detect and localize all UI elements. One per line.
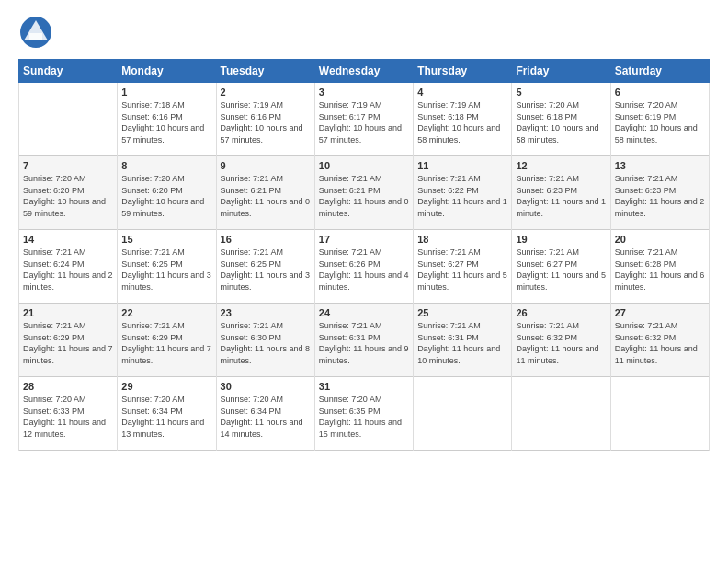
calendar-cell: 1Sunrise: 7:18 AMSunset: 6:16 PMDaylight… [118,83,216,156]
cell-info: Sunrise: 7:21 AMSunset: 6:30 PMDaylight:… [221,320,311,366]
cell-info: Sunrise: 7:21 AMSunset: 6:29 PMDaylight:… [23,320,113,366]
day-number: 24 [319,307,409,318]
day-number: 12 [516,160,606,171]
day-number: 2 [221,86,311,98]
header [18,15,710,50]
cell-info: Sunrise: 7:21 AMSunset: 6:21 PMDaylight:… [221,173,311,219]
calendar-cell: 2Sunrise: 7:19 AMSunset: 6:16 PMDaylight… [216,83,314,156]
week-row-3: 14Sunrise: 7:21 AMSunset: 6:24 PMDayligh… [19,230,710,304]
calendar-cell [512,377,610,451]
day-number: 21 [23,307,113,318]
calendar-cell: 8Sunrise: 7:20 AMSunset: 6:20 PMDaylight… [118,156,216,230]
day-number: 16 [221,234,311,245]
cell-info: Sunrise: 7:21 AMSunset: 6:29 PMDaylight:… [121,320,211,366]
calendar-cell: 15Sunrise: 7:21 AMSunset: 6:25 PMDayligh… [118,230,216,304]
day-number: 15 [121,234,211,245]
day-number: 11 [417,160,507,171]
calendar-cell: 27Sunrise: 7:21 AMSunset: 6:32 PMDayligh… [610,304,709,377]
cell-info: Sunrise: 7:20 AMSunset: 6:33 PMDaylight:… [23,394,113,440]
cell-info: Sunrise: 7:21 AMSunset: 6:27 PMDaylight:… [417,247,507,293]
weekday-header-saturday: Saturday [610,60,709,83]
weekday-header-thursday: Thursday [414,60,512,83]
day-number: 28 [23,381,113,392]
logo [18,15,57,50]
weekday-header-row: SundayMondayTuesdayWednesdayThursdayFrid… [19,60,710,83]
calendar-cell [414,377,512,451]
weekday-header-monday: Monday [118,60,216,83]
day-number: 3 [319,86,409,98]
day-number: 18 [417,234,507,245]
calendar-cell: 10Sunrise: 7:21 AMSunset: 6:21 PMDayligh… [314,156,413,230]
cell-info: Sunrise: 7:20 AMSunset: 6:20 PMDaylight:… [121,173,211,219]
calendar-cell: 29Sunrise: 7:20 AMSunset: 6:34 PMDayligh… [118,377,216,451]
day-number: 13 [615,160,705,171]
day-number: 8 [121,160,211,171]
day-number: 5 [516,86,606,98]
weekday-header-sunday: Sunday [19,60,118,83]
calendar-table: SundayMondayTuesdayWednesdayThursdayFrid… [18,59,710,451]
cell-info: Sunrise: 7:18 AMSunset: 6:16 PMDaylight:… [121,99,211,145]
week-row-4: 21Sunrise: 7:21 AMSunset: 6:29 PMDayligh… [19,304,710,377]
day-number: 23 [221,307,311,318]
cell-info: Sunrise: 7:21 AMSunset: 6:26 PMDaylight:… [319,247,409,293]
week-row-1: 1Sunrise: 7:18 AMSunset: 6:16 PMDaylight… [19,83,710,156]
cell-info: Sunrise: 7:21 AMSunset: 6:25 PMDaylight:… [121,247,211,293]
cell-info: Sunrise: 7:21 AMSunset: 6:32 PMDaylight:… [615,320,705,366]
calendar-cell: 25Sunrise: 7:21 AMSunset: 6:31 PMDayligh… [414,304,512,377]
cell-info: Sunrise: 7:19 AMSunset: 6:17 PMDaylight:… [319,99,409,145]
day-number: 29 [121,381,211,392]
calendar-cell: 23Sunrise: 7:21 AMSunset: 6:30 PMDayligh… [216,304,314,377]
day-number: 6 [615,86,705,98]
calendar-cell: 3Sunrise: 7:19 AMSunset: 6:17 PMDaylight… [314,83,413,156]
cell-info: Sunrise: 7:19 AMSunset: 6:16 PMDaylight:… [221,99,311,145]
day-number: 1 [121,86,211,98]
cell-info: Sunrise: 7:21 AMSunset: 6:21 PMDaylight:… [319,173,409,219]
cell-info: Sunrise: 7:21 AMSunset: 6:25 PMDaylight:… [221,247,311,293]
day-number: 10 [319,160,409,171]
calendar-cell: 7Sunrise: 7:20 AMSunset: 6:20 PMDaylight… [19,156,118,230]
calendar-cell: 31Sunrise: 7:20 AMSunset: 6:35 PMDayligh… [314,377,413,451]
weekday-header-tuesday: Tuesday [216,60,314,83]
day-number: 27 [615,307,705,318]
logo-icon [18,15,53,50]
calendar-cell [19,83,118,156]
day-number: 9 [221,160,311,171]
cell-info: Sunrise: 7:21 AMSunset: 6:27 PMDaylight:… [516,247,606,293]
cell-info: Sunrise: 7:20 AMSunset: 6:34 PMDaylight:… [221,394,311,440]
calendar-cell: 30Sunrise: 7:20 AMSunset: 6:34 PMDayligh… [216,377,314,451]
calendar-cell: 26Sunrise: 7:21 AMSunset: 6:32 PMDayligh… [512,304,610,377]
calendar-cell: 16Sunrise: 7:21 AMSunset: 6:25 PMDayligh… [216,230,314,304]
cell-info: Sunrise: 7:20 AMSunset: 6:18 PMDaylight:… [516,99,606,145]
calendar-cell: 19Sunrise: 7:21 AMSunset: 6:27 PMDayligh… [512,230,610,304]
calendar-cell: 18Sunrise: 7:21 AMSunset: 6:27 PMDayligh… [414,230,512,304]
day-number: 14 [23,234,113,245]
cell-info: Sunrise: 7:20 AMSunset: 6:19 PMDaylight:… [615,99,705,145]
cell-info: Sunrise: 7:21 AMSunset: 6:31 PMDaylight:… [319,320,409,366]
cell-info: Sunrise: 7:21 AMSunset: 6:32 PMDaylight:… [516,320,606,366]
calendar-cell: 4Sunrise: 7:19 AMSunset: 6:18 PMDaylight… [414,83,512,156]
cell-info: Sunrise: 7:19 AMSunset: 6:18 PMDaylight:… [417,99,507,145]
calendar-cell: 28Sunrise: 7:20 AMSunset: 6:33 PMDayligh… [19,377,118,451]
calendar-cell: 20Sunrise: 7:21 AMSunset: 6:28 PMDayligh… [610,230,709,304]
svg-rect-2 [29,33,42,40]
day-number: 17 [319,234,409,245]
calendar-page: SundayMondayTuesdayWednesdayThursdayFrid… [0,0,728,563]
day-number: 26 [516,307,606,318]
calendar-cell: 17Sunrise: 7:21 AMSunset: 6:26 PMDayligh… [314,230,413,304]
day-number: 25 [417,307,507,318]
weekday-header-wednesday: Wednesday [314,60,413,83]
calendar-cell: 14Sunrise: 7:21 AMSunset: 6:24 PMDayligh… [19,230,118,304]
calendar-cell [610,377,709,451]
calendar-cell: 5Sunrise: 7:20 AMSunset: 6:18 PMDaylight… [512,83,610,156]
day-number: 19 [516,234,606,245]
week-row-5: 28Sunrise: 7:20 AMSunset: 6:33 PMDayligh… [19,377,710,451]
calendar-cell: 12Sunrise: 7:21 AMSunset: 6:23 PMDayligh… [512,156,610,230]
cell-info: Sunrise: 7:20 AMSunset: 6:20 PMDaylight:… [23,173,113,219]
day-number: 7 [23,160,113,171]
cell-info: Sunrise: 7:21 AMSunset: 6:31 PMDaylight:… [417,320,507,366]
calendar-cell: 22Sunrise: 7:21 AMSunset: 6:29 PMDayligh… [118,304,216,377]
cell-info: Sunrise: 7:21 AMSunset: 6:24 PMDaylight:… [23,247,113,293]
day-number: 4 [417,86,507,98]
day-number: 20 [615,234,705,245]
cell-info: Sunrise: 7:21 AMSunset: 6:28 PMDaylight:… [615,247,705,293]
